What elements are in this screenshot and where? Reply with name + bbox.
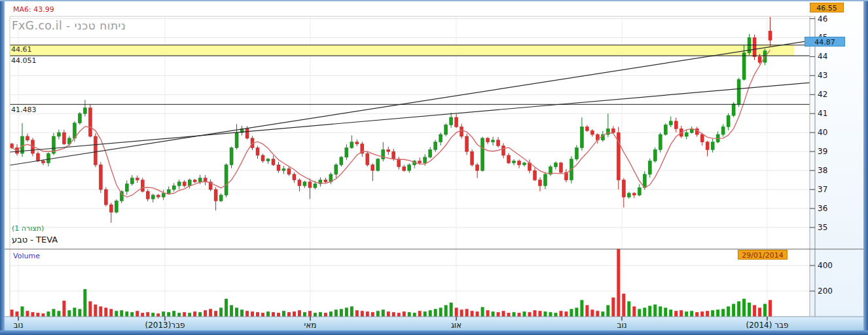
svg-text:35: 35 bbox=[818, 223, 827, 232]
chart-window: 464544434241403938373635400200 MA6: 43.9… bbox=[0, 0, 868, 335]
symbol-label: טבע - TEVA bbox=[12, 235, 58, 245]
svg-text:41: 41 bbox=[818, 109, 827, 118]
svg-text:400: 400 bbox=[818, 261, 833, 270]
svg-text:38: 38 bbox=[818, 166, 827, 175]
svg-text:37: 37 bbox=[818, 185, 827, 194]
x-axis-month-label: מאי bbox=[281, 321, 340, 330]
price-volume-chart: 464544434241403938373635400200 bbox=[0, 0, 868, 335]
resistance-level-label-2: 44.051 bbox=[11, 56, 37, 65]
svg-text:46: 46 bbox=[818, 14, 827, 24]
svg-text:39: 39 bbox=[818, 147, 827, 156]
x-axis-month-label: פבר(2013) bbox=[136, 321, 194, 330]
resistance-level-label-1: 44.61 bbox=[11, 45, 32, 54]
window-frame-right bbox=[863, 0, 868, 335]
x-axis-month-label: נוב bbox=[0, 321, 48, 330]
window-frame-left bbox=[0, 0, 5, 335]
last-price-badge: 44.87 bbox=[805, 37, 845, 47]
window-frame-bottom bbox=[0, 330, 868, 335]
window-frame-top bbox=[0, 0, 868, 1]
svg-text:43: 43 bbox=[818, 71, 827, 80]
support-level-label: 41.483 bbox=[11, 106, 37, 114]
ma6-indicator-label: MA6: 43.99 bbox=[13, 5, 54, 14]
svg-text:200: 200 bbox=[818, 286, 833, 296]
svg-text:40: 40 bbox=[818, 128, 827, 137]
x-axis-month-label: אוג bbox=[427, 321, 486, 330]
app-watermark-title: FxG.co.il - ניתוח טכני bbox=[12, 19, 126, 32]
svg-text:42: 42 bbox=[818, 90, 827, 99]
volume-panel-label: Volume bbox=[13, 252, 40, 260]
session-high-badge: 46.55 bbox=[810, 3, 844, 12]
x-axis-month-label: פבר (2014) bbox=[738, 321, 797, 330]
svg-text:36: 36 bbox=[818, 204, 827, 213]
configuration-label: (תצורה 1) bbox=[12, 224, 44, 233]
crosshair-date-badge: 29/01/2014 bbox=[738, 250, 787, 260]
svg-text:44: 44 bbox=[818, 52, 827, 61]
x-axis-month-label: נוב bbox=[592, 321, 651, 330]
